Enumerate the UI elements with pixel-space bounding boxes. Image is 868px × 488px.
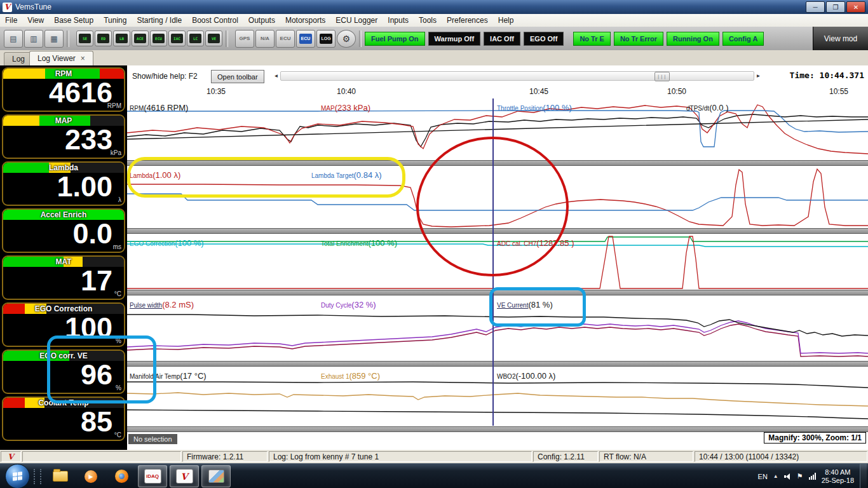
taskbar-paint-button[interactable] — [201, 465, 231, 487]
status-no-tr-error[interactable]: No Tr Error — [614, 32, 663, 46]
gauge-view-icon[interactable]: ▥ — [24, 30, 43, 48]
trace-label-ego-correction: EGO Correction(100 %) — [130, 237, 204, 248]
scroll-thumb[interactable]: ||| — [654, 72, 670, 81]
row-divider[interactable] — [127, 228, 868, 234]
mini-tool-ace-icon[interactable]: ACE — [132, 30, 149, 46]
menu-motorsports[interactable]: Motorsports — [280, 15, 330, 26]
gauge-lambda-value: 1.00 — [57, 170, 112, 203]
na-icon[interactable]: N/A — [255, 30, 275, 48]
status-warmup[interactable]: Warmup Off — [428, 32, 481, 46]
language-indicator[interactable]: EN — [758, 473, 768, 480]
menu-tools[interactable]: Tools — [414, 15, 442, 26]
mini-tool-ed-icon[interactable]: ED — [95, 30, 112, 46]
menu-boost-control[interactable]: Boost Control — [187, 15, 243, 26]
gauge-ego-corr-ve[interactable]: EGO corr. VE 96 % — [2, 349, 125, 394]
maximize-button[interactable]: ❐ — [826, 1, 845, 13]
scroll-track[interactable]: ||| — [280, 71, 754, 81]
mini-tool-ve-icon[interactable]: VE — [205, 30, 222, 46]
gauge-rpm[interactable]: RPM 4616 RPM — [2, 67, 125, 112]
plot-stack[interactable]: RPM(4616 RPM) MAP(233 kPa) Throttle Posi… — [127, 98, 868, 432]
taskbar-vemstune-button[interactable]: V — [170, 465, 199, 487]
menu-starting-idle[interactable]: Starting / Idle — [132, 15, 187, 26]
row-divider[interactable] — [127, 160, 868, 166]
magnify-zoom-label: Magnify: 300%, Zoom: 1/1 — [764, 432, 866, 444]
menu-preferences[interactable]: Preferences — [442, 15, 493, 26]
timeline-scrollbar[interactable]: ◄ ||| ► — [272, 71, 763, 81]
status-running[interactable]: Running On — [667, 32, 719, 46]
row-divider[interactable] — [127, 426, 868, 432]
menu-ecu-logger[interactable]: ECU Logger — [330, 15, 383, 26]
no-selection-badge: No selection — [128, 434, 177, 444]
row-divider[interactable] — [127, 361, 868, 367]
menu-file[interactable]: File — [0, 15, 22, 26]
wrench-icon[interactable]: ⚙ — [337, 30, 356, 48]
trace-label-dtps: dTPS/dt(0.0 ) — [686, 102, 728, 113]
show-desktop-button[interactable] — [860, 464, 867, 488]
open-toolbar-button[interactable]: Open toolbar — [211, 70, 264, 83]
plot-row-temps-wbo2[interactable]: Manifold Air Temp(17 °C) Exhaust 1(859 °… — [127, 367, 868, 426]
menu-outputs[interactable]: Outputs — [243, 15, 280, 26]
taskbar-media-player-button[interactable]: ▶ — [77, 466, 105, 487]
snapshot-icon[interactable]: ▤ — [4, 30, 23, 48]
start-button[interactable] — [5, 464, 30, 488]
tray-expand-icon[interactable]: ▲ — [773, 473, 778, 479]
gauge-ego-corr-ve-value: 96 — [81, 358, 112, 391]
title-bar[interactable]: V VemsTune ─ ❐ ✕ — [0, 0, 868, 14]
status-iac[interactable]: IAC Off — [484, 32, 520, 46]
menu-view[interactable]: View — [22, 15, 49, 26]
volume-icon[interactable] — [784, 473, 791, 480]
status-fuel-pump[interactable]: Fuel Pump On — [365, 32, 425, 46]
tab-close-icon[interactable]: × — [81, 54, 85, 63]
row-divider[interactable] — [127, 290, 868, 295]
ecu-connect-icon[interactable]: ECU — [296, 30, 315, 48]
network-icon[interactable] — [809, 473, 816, 480]
clock-date: 25-Sep-18 — [822, 477, 854, 485]
gauge-coolant-temp[interactable]: Coolant Temp 85 °C — [2, 396, 125, 441]
mini-tool-lb-icon[interactable]: LB — [113, 30, 130, 46]
gauge-ego-correction[interactable]: EGO Correction 100 % — [2, 302, 125, 347]
trace-label-map: MAP(233 kPa) — [321, 102, 370, 113]
statusbar-firmware: Firmware: 1.2.11 — [182, 451, 268, 462]
mini-tool-ecu-icon[interactable]: ECU — [150, 30, 167, 46]
ecu-offline-icon[interactable]: ECU — [276, 30, 295, 48]
menu-help[interactable]: Help — [493, 15, 519, 26]
mini-tool-se-icon[interactable]: SE — [76, 30, 93, 46]
taskbar-explorer-button[interactable] — [46, 466, 74, 487]
view-mode-button[interactable]: View mod — [813, 27, 868, 50]
status-ego[interactable]: EGO Off — [524, 32, 564, 46]
tab-log-viewer[interactable]: Log Viewer × — [29, 51, 93, 65]
statusbar-config: Config: 1.2.11 — [533, 451, 598, 462]
gauge-accel-enrich[interactable]: Accel Enrich 0.0 ms — [2, 208, 125, 253]
taskbar-grip[interactable] — [34, 469, 41, 484]
menu-tuning[interactable]: Tuning — [98, 15, 132, 26]
gauge-map[interactable]: MAP 233 kPa — [2, 114, 125, 159]
plot-row-lambda[interactable]: Lambda(1.00 λ) Lambda Target(0.84 λ) — [127, 166, 868, 228]
plot-row-rpm-map-tps[interactable]: RPM(4616 RPM) MAP(233 kPa) Throttle Posi… — [127, 98, 868, 160]
time-cursor-line[interactable] — [492, 98, 494, 426]
minimize-button[interactable]: ─ — [806, 1, 825, 13]
trace-label-exhaust-1: Exhaust 1(859 °C) — [321, 370, 380, 381]
log-view-icon[interactable]: ▦ — [44, 30, 64, 48]
plot-row-ego-enrichment[interactable]: EGO Correction(100 %) Total Enrichment(1… — [127, 234, 868, 290]
gauge-rpm-value: 4616 — [49, 76, 112, 109]
close-button[interactable]: ✕ — [846, 1, 865, 13]
mini-tool-lc-icon[interactable]: LC — [187, 30, 204, 46]
menu-inputs[interactable]: Inputs — [383, 15, 414, 26]
ve-current-trace — [127, 315, 868, 336]
gauge-mat[interactable]: MAT 17 °C — [2, 255, 125, 300]
taskbar-firefox-button[interactable] — [107, 466, 135, 487]
gauge-lambda[interactable]: Lambda 1.00 λ — [2, 161, 125, 206]
menu-base-setup[interactable]: Base Setup — [49, 15, 98, 26]
status-no-tr-e[interactable]: No Tr E — [573, 32, 611, 46]
action-center-flag-icon[interactable]: ⚑ — [797, 472, 803, 480]
plot-row-pulse-duty-ve[interactable]: Pulse width(8.2 mS) Duty Cycle(32 %) VE … — [127, 295, 868, 361]
taskbar-idaq-button[interactable]: iDAQ — [138, 465, 167, 487]
taskbar-clock[interactable]: 8:40 AM 25-Sep-18 — [822, 468, 854, 485]
status-config-a[interactable]: Config A — [722, 32, 764, 46]
mini-tool-iac-icon[interactable]: IAC — [168, 30, 186, 46]
gps-icon[interactable]: GPS — [235, 30, 254, 48]
log-record-icon[interactable]: LOG — [316, 30, 336, 48]
gauge-accel-enrich-value: 0.0 — [72, 217, 112, 250]
scroll-left-button[interactable]: ◄ — [272, 71, 280, 81]
scroll-right-button[interactable]: ► — [754, 71, 763, 81]
